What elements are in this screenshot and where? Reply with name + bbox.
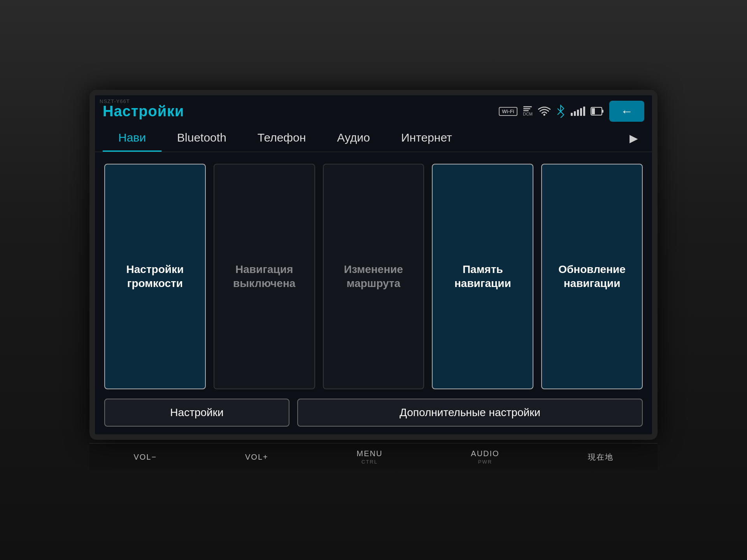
volume-settings-label: Настройкигромкости — [126, 262, 184, 291]
page-title: Настройки — [103, 103, 184, 120]
screen: NSZT-Y66T Настройки Wi-Fi — [95, 95, 652, 434]
svg-point-0 — [544, 114, 545, 116]
model-label: NSZT-Y66T — [100, 98, 130, 104]
tab-more-button[interactable]: ▶ — [623, 125, 644, 152]
back-arrow-icon: ← — [621, 104, 633, 119]
nav-disabled-cell[interactable]: Навигациявыключена — [214, 164, 315, 389]
audio-pwr-button[interactable]: AUDIO PWR — [471, 449, 499, 465]
svg-rect-3 — [592, 108, 595, 114]
current-location-button[interactable]: 現在地 — [588, 452, 614, 462]
car-frame: NSZT-Y66T Настройки Wi-Fi — [0, 0, 747, 560]
header: Настройки Wi-Fi DCM — [95, 95, 652, 125]
bottom-buttons: Настройки Дополнительные настройки — [104, 399, 643, 427]
wifi-icon: Wi-Fi — [499, 107, 517, 116]
vol-minus-button[interactable]: VOL− — [133, 453, 157, 462]
svg-rect-2 — [602, 110, 603, 113]
grid-row: Настройкигромкости Навигациявыключена Из… — [104, 164, 643, 389]
status-icons: Wi-Fi DCM — [499, 101, 644, 122]
volume-settings-cell[interactable]: Настройкигромкости — [104, 164, 206, 389]
bluetooth-icon — [556, 105, 565, 118]
battery-icon — [591, 106, 604, 116]
tab-navi[interactable]: Нави — [103, 125, 161, 152]
nav-memory-label: Памятьнавигации — [454, 262, 511, 291]
signal-bars-icon — [571, 107, 585, 116]
main-content: Настройкигромкости Навигациявыключена Из… — [95, 152, 652, 434]
nav-disabled-label: Навигациявыключена — [233, 262, 295, 291]
route-change-label: Изменениемаршрута — [344, 262, 403, 291]
tab-phone[interactable]: Телефон — [242, 125, 321, 152]
settings-button[interactable]: Настройки — [104, 399, 289, 427]
menu-button[interactable]: MENU CTRL — [357, 449, 383, 465]
nav-update-cell[interactable]: Обновлениенавигации — [541, 164, 643, 389]
tab-internet[interactable]: Интернет — [386, 125, 468, 152]
screen-bezel: NSZT-Y66T Настройки Wi-Fi — [89, 90, 658, 440]
back-button[interactable]: ← — [609, 101, 644, 122]
vol-plus-button[interactable]: VOL+ — [245, 453, 268, 462]
tab-bluetooth[interactable]: Bluetooth — [161, 125, 242, 152]
tab-navigation: Нави Bluetooth Телефон Аудио Интернет ▶ — [95, 125, 652, 152]
advanced-settings-button[interactable]: Дополнительные настройки — [297, 399, 643, 427]
nav-update-label: Обновлениенавигации — [558, 262, 626, 291]
physical-buttons-bar: VOL− VOL+ MENU CTRL AUDIO PWR 現在地 — [89, 443, 658, 470]
nav-memory-cell[interactable]: Памятьнавигации — [432, 164, 533, 389]
route-change-cell[interactable]: Изменениемаршрута — [323, 164, 424, 389]
tab-audio[interactable]: Аудио — [321, 125, 386, 152]
wifi-signal-icon — [538, 106, 551, 116]
dcm-icon: DCM — [523, 106, 533, 116]
